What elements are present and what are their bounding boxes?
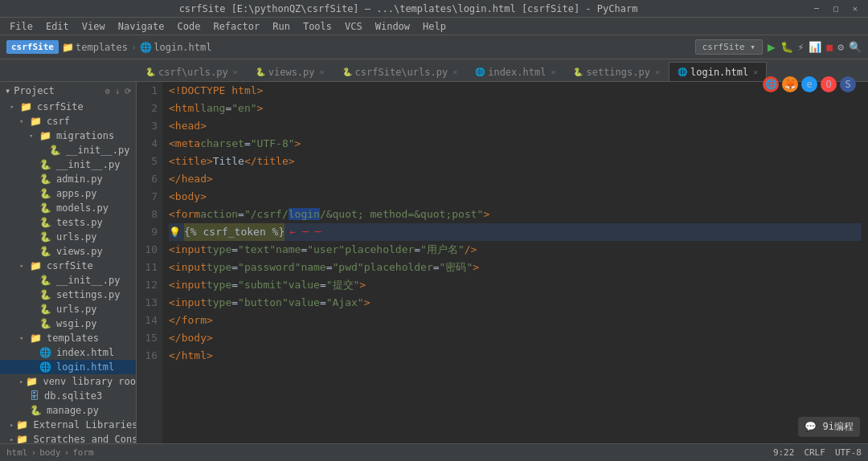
code-line: <head> xyxy=(169,117,862,135)
sidebar-item[interactable]: 🌐index.html xyxy=(0,345,136,360)
ie-icon[interactable]: e xyxy=(801,82,817,92)
sidebar-item[interactable]: 🐍__init__.py xyxy=(0,157,136,172)
sidebar-item[interactable]: 🐍urls.py xyxy=(0,302,136,316)
encoding: UTF-8 xyxy=(835,447,862,458)
sidebar-item[interactable]: 🐍tests.py xyxy=(0,215,136,230)
sidebar-item[interactable]: ▾📁migrations xyxy=(0,129,136,143)
line-number: 8 xyxy=(137,206,158,223)
line-number: 3 xyxy=(137,117,158,135)
line-number: 15 xyxy=(137,329,158,347)
close-button[interactable]: ✕ xyxy=(849,2,862,15)
line-number: 14 xyxy=(137,312,158,329)
settings-icon[interactable]: ⚙ xyxy=(837,41,844,53)
firefox-icon[interactable]: 🦊 xyxy=(782,82,798,92)
sidebar-item[interactable]: ▸📁External Libraries xyxy=(0,418,136,432)
sidebar-item[interactable]: ▾📁csrfSite xyxy=(0,259,136,273)
tab-csrfSite_urls_py[interactable]: 🐍csrfSite\urls.py✕ xyxy=(334,62,467,81)
line-number: 11 xyxy=(137,259,158,276)
debug-icon[interactable]: 🐛 xyxy=(780,41,793,53)
code-line: </form> xyxy=(169,312,862,329)
minimize-button[interactable]: ─ xyxy=(810,2,823,15)
toolbar: csrfSite 📁 templates › 🌐 login.html csrf… xyxy=(0,35,868,59)
stop-icon[interactable]: ■ xyxy=(826,41,833,53)
title-bar: csrfSite [E:\pythonQZ\csrfSite] – ...\te… xyxy=(0,0,868,18)
sidebar-item[interactable]: 🐍apps.py xyxy=(0,186,136,201)
sidebar-item[interactable]: 🐍__init__.py xyxy=(0,143,136,157)
tab-settings_py[interactable]: 🐍settings.py✕ xyxy=(564,62,669,81)
code-line: <title>Title</title> xyxy=(169,153,862,170)
toolbar-logo: csrfSite xyxy=(6,40,59,54)
line-number: 16 xyxy=(137,347,158,365)
code-line: <form action="/csrf/login/&quot; method=… xyxy=(169,206,862,223)
file-icon: 🌐 xyxy=(140,42,152,53)
sidebar-tree: ▾📁csrfSite▾📁csrf▾📁migrations 🐍__init__.p… xyxy=(0,100,136,443)
menu-item-navigate[interactable]: Navigate xyxy=(112,19,171,34)
run-button[interactable]: ▶ xyxy=(768,39,776,55)
code-line: <input type="button" value="Ajax"> xyxy=(169,294,862,312)
tab-login_html[interactable]: 🌐login.html✕ xyxy=(669,62,767,81)
menu-item-tools[interactable]: Tools xyxy=(297,19,338,34)
line-number: 12 xyxy=(137,276,158,294)
code-line: <html lang="en"> xyxy=(169,100,862,117)
code-content[interactable]: <!DOCTYPE html><html lang="en"><head> <m… xyxy=(162,82,868,443)
sidebar-item[interactable]: ▸📁venv library root xyxy=(0,374,136,389)
safari-icon[interactable]: S xyxy=(840,82,856,92)
project-selector[interactable]: csrfSite ▾ xyxy=(695,39,763,55)
toolbar-breadcrumb: 📁 templates › 🌐 login.html xyxy=(62,42,212,53)
menu-item-window[interactable]: Window xyxy=(369,19,416,34)
tab-views_py[interactable]: 🐍views.py✕ xyxy=(247,62,334,81)
code-line: 💡{% csrf_token %}← ─ ─ xyxy=(169,223,862,241)
menu-item-code[interactable]: Code xyxy=(171,19,207,34)
status-body: body xyxy=(39,447,61,458)
sidebar-item[interactable]: 🐍urls.py xyxy=(0,230,136,244)
sidebar-item[interactable]: 🐍wsgi.py xyxy=(0,316,136,331)
status-form: form xyxy=(72,447,94,458)
line-number: 6 xyxy=(137,170,158,188)
code-line: </head> xyxy=(169,170,862,188)
project-header[interactable]: ▾ Project ⚙ ↓ ⟳ xyxy=(0,82,136,100)
menu-item-view[interactable]: View xyxy=(76,19,112,34)
sidebar: ▾ Project ⚙ ↓ ⟳ ▾📁csrfSite▾📁csrf▾📁migrat… xyxy=(0,82,137,443)
sidebar-item[interactable]: 🐍manage.py xyxy=(0,403,136,418)
code-line: <!DOCTYPE html> xyxy=(169,82,862,100)
maximize-button[interactable]: □ xyxy=(829,2,842,15)
profile-icon[interactable]: 📊 xyxy=(809,41,821,53)
browser-icons: 🌐 🦊 e O S xyxy=(763,82,856,92)
sidebar-item[interactable]: 🐍views.py xyxy=(0,244,136,259)
menu-item-file[interactable]: File xyxy=(3,19,39,34)
sidebar-item[interactable]: ▾📁templates xyxy=(0,331,136,345)
tab-index_html[interactable]: 🌐index.html✕ xyxy=(466,62,564,81)
chrome-icon[interactable]: 🌐 xyxy=(763,82,779,92)
folder-icon: 📁 xyxy=(62,42,74,53)
sidebar-item[interactable]: 🐍models.py xyxy=(0,201,136,215)
sidebar-item[interactable]: 🌐login.html xyxy=(0,360,136,374)
opera-icon[interactable]: O xyxy=(821,82,837,92)
sidebar-item[interactable]: 🗄db.sqlite3 xyxy=(0,389,136,403)
sidebar-item[interactable]: 🐍__init__.py xyxy=(0,273,136,288)
editor: 🌐 🦊 e O S 12345678910111213141516 <!DOCT… xyxy=(137,82,868,443)
sidebar-item[interactable]: 🐍admin.py xyxy=(0,172,136,186)
cursor-position: 9:22 xyxy=(773,447,795,458)
tab-csrf_urls_py[interactable]: 🐍csrf\urls.py✕ xyxy=(137,62,247,81)
menu-item-edit[interactable]: Edit xyxy=(39,19,76,34)
sidebar-item[interactable]: ▸📁Scratches and Consoles xyxy=(0,432,136,443)
sidebar-item[interactable]: ▾📁csrfSite xyxy=(0,100,136,114)
line-number: 9 xyxy=(137,223,158,241)
code-line: </html> xyxy=(169,347,862,365)
sidebar-item[interactable]: 🐍settings.py xyxy=(0,288,136,302)
menu-item-run[interactable]: Run xyxy=(266,19,297,34)
menu-item-refactor[interactable]: Refactor xyxy=(207,19,266,34)
project-arrow: ▾ xyxy=(5,85,10,96)
code-area: 12345678910111213141516 <!DOCTYPE html><… xyxy=(137,82,868,443)
menu-item-vcs[interactable]: VCS xyxy=(338,19,369,34)
status-right: 9:22 CRLF UTF-8 xyxy=(773,447,862,458)
line-number: 4 xyxy=(137,135,158,153)
sidebar-item[interactable]: ▾📁csrf xyxy=(0,114,136,129)
line-number: 1 xyxy=(137,82,158,100)
code-line: <meta charset="UTF-8"> xyxy=(169,135,862,153)
search-icon[interactable]: 🔍 xyxy=(849,41,862,53)
line-ending: CRLF xyxy=(804,447,825,458)
menu-item-help[interactable]: Help xyxy=(416,19,452,34)
watermark: 💬 9i编程 xyxy=(798,417,860,437)
coverage-icon[interactable]: ⚡ xyxy=(798,41,805,53)
